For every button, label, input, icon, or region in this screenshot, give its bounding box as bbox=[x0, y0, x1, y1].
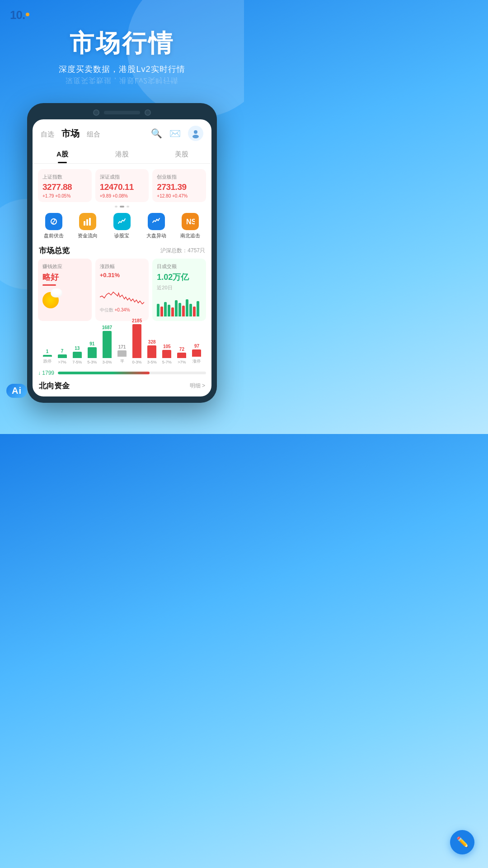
header-icons: 🔍 ✉️ bbox=[151, 126, 203, 141]
svg-point-0 bbox=[194, 130, 197, 134]
dist-num: 91 bbox=[89, 341, 94, 346]
dist-num: 7 bbox=[61, 349, 64, 354]
ov-card-volume-value: 1.02万亿 bbox=[157, 272, 202, 283]
dist-label: >7% bbox=[58, 360, 66, 364]
qa-item-3[interactable]: 大盘异动 bbox=[141, 213, 172, 239]
index-card-1[interactable]: 深证成指 12470.11 +9.89 +0.08% bbox=[95, 169, 149, 202]
svg-rect-3 bbox=[84, 221, 85, 226]
dist-label: 5-3% bbox=[87, 360, 97, 364]
dist-label: >7% bbox=[178, 360, 186, 364]
dist-col: 171平 bbox=[114, 344, 129, 364]
dist-num: 97 bbox=[194, 344, 199, 349]
dist-bars: 1跌停7>7%137-5%915-3%16873-0%171平21850-3%3… bbox=[38, 328, 206, 364]
bottom-bar: ↓ 1799 bbox=[33, 366, 211, 377]
qa-label-4: 南北追击 bbox=[180, 232, 200, 239]
qa-item-2[interactable]: 诊股宝 bbox=[106, 213, 138, 239]
dist-col: 1跌停 bbox=[40, 349, 55, 364]
index-name-2: 创业板指 bbox=[157, 174, 202, 180]
speaker-bar bbox=[104, 111, 140, 114]
progress-down-value: ↓ 1799 bbox=[38, 370, 54, 376]
dist-label: 平 bbox=[120, 359, 124, 364]
tab-us-shares[interactable]: 美股 bbox=[152, 146, 211, 163]
nav-tabs-left: 自选 市场 组合 bbox=[41, 127, 100, 140]
progress-bar-wrap bbox=[58, 372, 206, 374]
ov-card-change-sub: 中位数 +0.34% bbox=[100, 307, 145, 313]
tab-portfolio[interactable]: 组合 bbox=[87, 130, 100, 139]
dist-bar bbox=[162, 350, 171, 358]
dist-chart: 1跌停7>7%137-5%915-3%16873-0%171平21850-3%3… bbox=[33, 325, 211, 366]
index-value-1: 12470.11 bbox=[100, 182, 145, 192]
dist-num: 13 bbox=[75, 346, 80, 351]
north-link[interactable]: 明细 > bbox=[190, 382, 205, 390]
qa-icon-1 bbox=[79, 213, 96, 230]
qa-item-0[interactable]: 盘前伏击 bbox=[38, 213, 70, 239]
avatar[interactable] bbox=[188, 126, 203, 141]
front-camera-right bbox=[145, 109, 151, 116]
dist-col: 3283-5% bbox=[145, 340, 160, 364]
dist-bar bbox=[88, 347, 97, 358]
svg-rect-4 bbox=[86, 219, 88, 226]
qa-icon-4: NS bbox=[182, 213, 199, 230]
ov-card-mood-value: 略好 bbox=[42, 272, 87, 283]
qa-label-1: 资金流向 bbox=[78, 232, 98, 239]
tab-a-shares[interactable]: A股 bbox=[33, 146, 92, 163]
index-value-2: 2731.39 bbox=[157, 182, 202, 192]
front-camera-left bbox=[93, 109, 99, 116]
index-card-0[interactable]: 上证指数 3277.88 +1.79 +0.05% bbox=[38, 169, 92, 202]
dist-col: 16873-0% bbox=[99, 325, 114, 364]
index-name-0: 上证指数 bbox=[42, 174, 87, 180]
dist-label: 5-7% bbox=[162, 360, 172, 364]
index-value-0: 3277.88 bbox=[42, 182, 87, 192]
dot-2 bbox=[120, 206, 124, 208]
dist-col: 72>7% bbox=[174, 347, 189, 364]
tab-market[interactable]: 市场 bbox=[61, 127, 80, 140]
index-card-2[interactable]: 创业板指 2731.39 +12.80 +0.47% bbox=[152, 169, 206, 202]
dist-label: 涨停 bbox=[192, 359, 201, 364]
dist-num: 1687 bbox=[102, 325, 112, 330]
index-change-1: +9.89 +0.08% bbox=[100, 193, 145, 198]
dist-col: 7>7% bbox=[55, 349, 70, 364]
tab-hk-shares[interactable]: 港股 bbox=[92, 146, 152, 163]
overview-title: 市场总览 bbox=[39, 245, 70, 256]
qa-icon-0 bbox=[45, 213, 62, 230]
dist-col: 1055-7% bbox=[160, 344, 174, 364]
ov-card-volume-sub: 近20日 bbox=[157, 284, 202, 291]
index-change-2: +12.80 +0.47% bbox=[157, 193, 202, 198]
index-change-0: +1.79 +0.05% bbox=[42, 193, 87, 198]
dist-bar bbox=[73, 352, 82, 358]
ai-badge[interactable]: Ai bbox=[6, 384, 27, 398]
dist-bar bbox=[192, 349, 201, 357]
dist-num: 171 bbox=[118, 344, 126, 349]
index-name-1: 深证成指 bbox=[100, 174, 145, 180]
ov-card-change[interactable]: 涨跌幅 +0.31% 中位数 +0.34% bbox=[95, 259, 149, 321]
weather-icon bbox=[42, 288, 62, 308]
ov-card-mood[interactable]: 赚钱效应 略好 bbox=[38, 259, 92, 321]
dist-col: 97涨停 bbox=[189, 344, 204, 364]
version-dot bbox=[26, 13, 29, 16]
dist-bar bbox=[117, 350, 127, 357]
search-icon[interactable]: 🔍 bbox=[151, 128, 162, 139]
tab-watchlist[interactable]: 自选 bbox=[41, 130, 54, 139]
dist-num: 72 bbox=[179, 347, 184, 352]
qa-item-1[interactable]: 资金流向 bbox=[72, 213, 104, 239]
phone-wrapper: 自选 市场 组合 🔍 ✉️ A股 bbox=[0, 103, 244, 403]
dist-label: 7-5% bbox=[72, 360, 82, 364]
index-cards: 上证指数 3277.88 +1.79 +0.05% 深证成指 12470.11 … bbox=[33, 164, 211, 202]
section-header-overview: 市场总览 沪深总数：4757只 bbox=[33, 241, 211, 259]
qa-item-4[interactable]: NS 南北追击 bbox=[174, 213, 206, 239]
qa-label-0: 盘前伏击 bbox=[44, 232, 64, 239]
phone-frame: 自选 市场 组合 🔍 ✉️ A股 bbox=[27, 103, 217, 403]
pagination-dots bbox=[33, 206, 211, 208]
mail-icon[interactable]: ✉️ bbox=[169, 128, 181, 139]
qa-label-2: 诊股宝 bbox=[114, 232, 129, 239]
dist-bar bbox=[43, 355, 52, 357]
ov-card-volume[interactable]: 日成交额 1.02万亿 近20日 bbox=[152, 259, 206, 321]
north-section: 北向资金 明细 > bbox=[33, 377, 211, 393]
app-header: 自选 市场 组合 🔍 ✉️ bbox=[33, 119, 211, 141]
dist-label: 跌停 bbox=[43, 359, 52, 364]
dist-num: 105 bbox=[163, 344, 171, 349]
overview-total: 沪深总数：4757只 bbox=[160, 247, 205, 255]
dot-1 bbox=[115, 206, 117, 208]
phone-screen: 自选 市场 组合 🔍 ✉️ A股 bbox=[33, 119, 211, 396]
dist-num: 1 bbox=[46, 349, 49, 354]
